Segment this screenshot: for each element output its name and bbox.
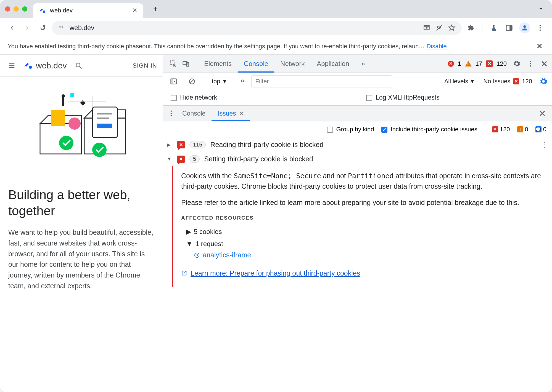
site-name: web.dev: [36, 61, 67, 70]
error-count: 1: [458, 60, 461, 67]
side-panel-button[interactable]: [503, 22, 516, 34]
site-settings-icon[interactable]: [58, 25, 65, 31]
svg-point-31: [59, 136, 73, 150]
group-by-kind-checkbox[interactable]: Group by kind: [327, 126, 374, 133]
live-expression-eye-icon[interactable]: [240, 78, 246, 84]
address-bar[interactable]: web.dev: [52, 21, 462, 35]
device-toolbar-icon[interactable]: [179, 57, 192, 70]
issue-menu-icon[interactable]: ⋮: [540, 140, 548, 149]
site-search-icon[interactable]: [72, 59, 85, 72]
console-sidebar-toggle-icon[interactable]: [167, 75, 180, 88]
browser-toolbar: web.dev: [0, 18, 552, 38]
svg-line-16: [80, 66, 81, 68]
affected-requests-row[interactable]: ▼1 request: [181, 238, 545, 250]
close-tab-icon[interactable]: ✕: [132, 7, 137, 14]
issue-row-setting[interactable]: ▼ ✕ 5 Setting third-party cookie is bloc…: [163, 152, 552, 166]
page-title: Building a better web, together: [8, 187, 154, 219]
issues-indicator[interactable]: No Issues ✕ 120: [483, 78, 532, 85]
tab-elements[interactable]: Elements: [198, 55, 238, 73]
browser-tab-active[interactable]: web.dev ✕: [33, 3, 143, 18]
flag-red[interactable]: ✕120: [492, 126, 510, 133]
issue-flag-icon: ✕: [513, 78, 519, 84]
window-controls: [5, 6, 27, 12]
log-levels-selector[interactable]: All levels ▾: [442, 78, 476, 85]
inspect-element-icon[interactable]: [167, 57, 179, 70]
back-button[interactable]: [6, 22, 18, 34]
labs-button[interactable]: [487, 22, 500, 34]
site-logo[interactable]: web.dev: [24, 61, 67, 70]
tab-application[interactable]: Application: [311, 55, 355, 73]
issue-description-1: Cookies with the SameSite=None; Secure a…: [181, 171, 545, 191]
affected-cookies-row[interactable]: ▶5 cookies: [181, 226, 545, 238]
new-tab-button[interactable]: +: [149, 3, 162, 15]
tracking-protection-icon[interactable]: [435, 24, 443, 32]
include-3p-checkbox[interactable]: Include third-party cookie issues: [381, 126, 477, 133]
drawer-tab-issues[interactable]: Issues ✕: [212, 106, 250, 121]
close-window-button[interactable]: [5, 6, 10, 12]
settings-gear-icon[interactable]: [513, 60, 521, 68]
reload-button[interactable]: [36, 22, 49, 34]
expand-icon[interactable]: ▶: [167, 142, 172, 148]
devtools-menu-icon[interactable]: [527, 60, 534, 68]
expand-icon[interactable]: ▶: [186, 227, 191, 237]
drawer-close-icon[interactable]: [536, 107, 549, 120]
issue-severity-icon: ✕: [177, 156, 185, 163]
info-bar: You have enabled testing third-party coo…: [0, 38, 552, 55]
request-circle-icon: [194, 252, 200, 258]
svg-rect-9: [509, 25, 512, 30]
tabs-menu-button[interactable]: [535, 3, 547, 15]
svg-point-40: [530, 65, 531, 66]
learn-more-link[interactable]: Learn more: Prepare for phasing out thir…: [181, 268, 545, 279]
extensions-button[interactable]: [464, 22, 477, 34]
info-bar-close-icon[interactable]: ✕: [535, 42, 544, 51]
svg-rect-19: [51, 110, 65, 126]
info-bar-disable-link[interactable]: Disable: [426, 43, 447, 50]
chrome-menu-button[interactable]: [534, 22, 546, 34]
collapse-icon[interactable]: ▼: [186, 239, 193, 249]
drawer-menu-icon[interactable]: [166, 107, 176, 120]
tab-overflow-icon[interactable]: »: [355, 55, 371, 73]
drawer-tab-console[interactable]: Console: [176, 106, 212, 121]
issue-badge-icon: ✕: [486, 60, 493, 67]
svg-line-44: [190, 80, 194, 83]
tab-network[interactable]: Network: [274, 55, 311, 73]
svg-point-10: [523, 25, 526, 28]
install-app-icon[interactable]: [423, 24, 430, 31]
bookmark-star-icon[interactable]: [448, 24, 456, 32]
profile-button[interactable]: [518, 22, 531, 34]
context-selector[interactable]: top ▾: [210, 78, 228, 85]
console-settings-gear-icon[interactable]: [539, 77, 548, 86]
issue-count-pill: 5: [189, 155, 200, 163]
hide-network-checkbox[interactable]: Hide network: [171, 94, 217, 101]
divider: [195, 58, 195, 69]
forward-button[interactable]: [21, 22, 34, 34]
minimize-window-button[interactable]: [14, 6, 19, 12]
svg-point-22: [62, 94, 65, 98]
issues-toolbar: Group by kind Include third-party cookie…: [163, 121, 552, 137]
clear-console-icon[interactable]: [186, 75, 198, 88]
hamburger-menu-icon[interactable]: [6, 59, 18, 72]
sign-in-link[interactable]: SIGN IN: [133, 62, 157, 69]
toolbar-divider: [482, 23, 482, 33]
chevron-down-icon: ▾: [471, 78, 474, 85]
affected-request-link[interactable]: analytics-iframe: [181, 250, 545, 260]
issue-counts[interactable]: ✕1 17 ✕120: [448, 60, 507, 67]
drawer-tab-close-icon[interactable]: ✕: [239, 110, 244, 117]
affected-resources-heading: AFFECTED RESOURCES: [181, 214, 545, 222]
console-filter-input[interactable]: [251, 75, 392, 87]
affected-cookies-label: 5 cookies: [194, 227, 222, 237]
tab-console[interactable]: Console: [238, 55, 274, 73]
flag-blue[interactable]: 💬0: [535, 126, 546, 133]
issue-count: 120: [496, 60, 507, 67]
svg-rect-30: [97, 124, 112, 128]
collapse-icon[interactable]: ▼: [167, 156, 172, 162]
maximize-window-button[interactable]: [22, 6, 27, 12]
flag-orange[interactable]: !0: [517, 126, 528, 133]
svg-point-32: [92, 143, 107, 157]
issue-title: Setting third-party cookie is blocked: [204, 155, 313, 163]
log-xhr-checkbox[interactable]: Log XMLHttpRequests: [366, 94, 439, 101]
svg-point-15: [76, 63, 80, 67]
page-viewport: web.dev SIGN IN: [0, 55, 163, 392]
devtools-close-icon[interactable]: [540, 60, 548, 68]
issue-row-reading[interactable]: ▶ ✕ 115 Reading third-party cookie is bl…: [163, 137, 552, 152]
